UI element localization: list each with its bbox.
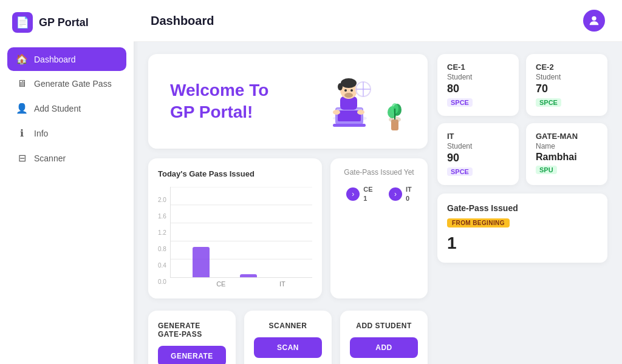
gp-ce-info: CE 1	[363, 185, 372, 204]
sidebar-item-dashboard[interactable]: 🏠 Dashboard	[7, 47, 126, 71]
sidebar-item-add-student[interactable]: 👤 Add Student	[7, 96, 126, 120]
bar-it	[240, 274, 257, 277]
gatepass-summary-count: 1	[447, 234, 598, 253]
plant-svg	[384, 95, 406, 132]
sidebar-nav: 🏠 Dashboard 🖥 Generate Gate Pass 👤 Add S…	[0, 47, 134, 170]
svg-point-0	[592, 16, 596, 21]
bar-chart	[170, 187, 312, 278]
scanner-icon: ⊟	[16, 152, 28, 164]
page-title: Dashboard	[151, 14, 214, 28]
bar-it-fill	[240, 274, 257, 277]
right-column: CE-1 Student 80 SPCE CE-2 Student 70 SPC…	[437, 54, 607, 364]
sidebar-item-scanner[interactable]: ⊟ Scanner	[7, 146, 126, 170]
gatepass-issued-title: Gate-Pass Issued Yet	[340, 168, 418, 177]
gp-ce-item: › CE 1	[346, 185, 372, 204]
header: Dashboard	[134, 0, 622, 42]
stat-card-ce1: CE-1 Student 80 SPCE	[437, 54, 519, 116]
y-axis-labels: 0.0 0.4 0.8 1.2 1.6 2.0	[158, 197, 166, 288]
stat-count-ce2: 70	[536, 83, 598, 95]
stat-sub-gateman: Name	[536, 142, 598, 150]
stat-count-ce1: 80	[447, 83, 509, 95]
action-label-add-student: ADD STUDENT	[356, 322, 412, 330]
svg-point-13	[333, 110, 340, 115]
action-card-generate: GENERATE GATE-PASS GENERATE	[148, 311, 236, 364]
stat-badge-ce1: SPCE	[447, 98, 473, 107]
action-card-add-student: ADD STUDENT ADD	[340, 311, 428, 364]
svg-point-12	[344, 93, 353, 98]
generate-button[interactable]: GENERATE	[158, 346, 226, 364]
bar-ce	[193, 247, 210, 277]
gp-it-item: › IT 0	[389, 185, 412, 204]
gatepass-summary-badge: FROM BEGINING	[447, 218, 510, 228]
content-area: Welcome To GP Portal!	[134, 42, 622, 364]
stat-name-gateman: GATE-MAN	[536, 132, 598, 141]
add-student-icon: 👤	[16, 103, 28, 114]
generate-icon: 🖥	[16, 78, 28, 89]
avatar[interactable]	[583, 10, 605, 32]
sidebar-label-generate: Generate Gate Pass	[34, 79, 112, 89]
dashboard-icon: 🏠	[16, 53, 28, 65]
left-column: Welcome To GP Portal!	[148, 54, 428, 364]
gp-it-info: IT 0	[406, 185, 412, 204]
add-button[interactable]: ADD	[350, 337, 418, 358]
charts-row: Today's Gate Pass Issued 0.0 0.4 0.8 1.2…	[148, 158, 428, 298]
welcome-illustration	[318, 71, 406, 132]
stat-card-it: IT Student 90 SPCE	[437, 123, 519, 185]
stat-sub-ce2: Student	[536, 73, 598, 81]
action-cards: GENERATE GATE-PASS GENERATE SCANNER SCAN…	[148, 311, 428, 364]
sidebar-item-generate[interactable]: 🖥 Generate Gate Pass	[7, 72, 126, 95]
stats-grid: CE-1 Student 80 SPCE CE-2 Student 70 SPC…	[437, 54, 607, 185]
gp-it-arrow: ›	[389, 187, 402, 201]
stat-name-it: IT	[447, 132, 509, 141]
gatepass-summary-card: Gate-Pass Issued FROM BEGINING 1	[437, 194, 607, 263]
stat-card-gateman: GATE-MAN Name Rambhai SPU	[526, 123, 607, 185]
bar-ce-fill	[193, 247, 210, 277]
chart-title: Today's Gate Pass Issued	[158, 169, 312, 178]
svg-point-14	[357, 110, 364, 115]
action-card-scanner: SCANNER SCAN	[244, 311, 332, 364]
sidebar-logo: 📄 GP Portal	[0, 12, 134, 47]
sidebar: 📄 GP Portal 🏠 Dashboard 🖥 Generate Gate …	[0, 0, 134, 364]
welcome-text: Welcome To GP Portal!	[170, 79, 268, 124]
stat-sub-ce1: Student	[447, 73, 509, 81]
svg-rect-3	[338, 109, 361, 121]
svg-point-8	[341, 78, 357, 88]
gp-ce-arrow: ›	[346, 187, 360, 201]
sidebar-label-scanner: Scanner	[34, 153, 66, 163]
svg-point-10	[344, 89, 347, 92]
main-area: Dashboard Welcome To GP Portal!	[134, 0, 622, 364]
stat-badge-gateman: SPU	[536, 166, 557, 174]
svg-point-11	[350, 89, 353, 92]
sidebar-label-add-student: Add Student	[34, 104, 81, 113]
logo-icon: 📄	[12, 12, 33, 33]
svg-rect-5	[333, 124, 366, 127]
sidebar-item-info[interactable]: ℹ Info	[7, 121, 126, 145]
scan-button[interactable]: SCAN	[254, 337, 322, 358]
stat-card-ce2: CE-2 Student 70 SPCE	[526, 54, 607, 116]
stat-badge-ce2: SPCE	[536, 98, 561, 107]
chart-card: Today's Gate Pass Issued 0.0 0.4 0.8 1.2…	[148, 158, 322, 298]
person-svg	[318, 71, 379, 132]
welcome-line1: Welcome To GP Portal!	[170, 79, 268, 124]
action-label-scanner: SCANNER	[269, 322, 307, 330]
sidebar-label-info: Info	[34, 129, 48, 138]
stat-name-ce2: CE-2	[536, 62, 598, 72]
gatepass-row: › CE 1 › IT 0	[340, 185, 418, 204]
info-icon: ℹ	[16, 127, 28, 139]
stat-badge-it: SPCE	[447, 167, 473, 176]
action-label-generate: GENERATE GATE-PASS	[158, 322, 226, 339]
sidebar-label-dashboard: Dashboard	[34, 55, 76, 64]
stat-count-gateman: Rambhai	[536, 152, 598, 163]
gatepass-summary-title: Gate-Pass Issued	[447, 203, 598, 213]
app-name: GP Portal	[39, 16, 89, 29]
stat-count-it: 90	[447, 152, 509, 164]
stat-name-ce1: CE-1	[447, 62, 509, 72]
stat-sub-it: Student	[447, 142, 509, 150]
svg-point-9	[338, 83, 343, 90]
x-axis-labels: CE IT	[170, 280, 312, 288]
gatepass-issued-card: Gate-Pass Issued Yet › CE 1 ›	[330, 158, 428, 298]
welcome-card: Welcome To GP Portal!	[148, 54, 428, 149]
